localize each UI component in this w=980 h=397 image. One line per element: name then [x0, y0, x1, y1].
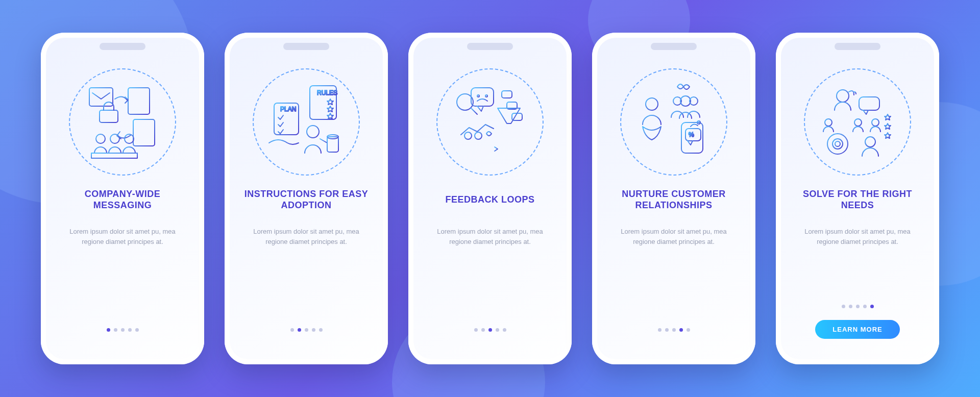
- nurture-icon: %: [620, 68, 727, 176]
- svg-text:PLAN: PLAN: [280, 106, 296, 113]
- instructions-icon: RULES PLAN: [253, 68, 360, 176]
- dot: [665, 328, 669, 332]
- phone-notch: [283, 43, 329, 50]
- svg-point-40: [464, 132, 472, 139]
- screen-title: COMPANY-WIDE MESSAGING: [54, 188, 191, 211]
- dot: [687, 328, 690, 332]
- svg-text:RULES: RULES: [317, 89, 337, 96]
- learn-more-button[interactable]: LEARN MORE: [815, 320, 899, 339]
- svg-marker-21: [327, 113, 333, 119]
- dot: [856, 305, 860, 308]
- svg-rect-5: [133, 119, 155, 146]
- svg-marker-59: [885, 123, 891, 129]
- dot: [114, 328, 117, 332]
- page-indicator: [225, 328, 388, 332]
- svg-point-10: [96, 134, 105, 143]
- phone-notch: [835, 43, 880, 50]
- dot: [305, 328, 308, 332]
- svg-text:%: %: [689, 131, 694, 138]
- dot: [658, 328, 662, 332]
- dot: [474, 328, 478, 332]
- screen-body: Lorem ipsum dolor sit amet pu, mea regio…: [238, 227, 375, 247]
- phone-row: COMPANY-WIDE MESSAGING Lorem ipsum dolor…: [0, 0, 980, 397]
- svg-line-32: [471, 108, 477, 114]
- dot: [849, 305, 852, 308]
- svg-point-50: [837, 90, 849, 102]
- screen-title: FEEDBACK LOOPS: [442, 188, 537, 211]
- screen-body: Lorem ipsum dolor sit amet pu, mea regio…: [789, 227, 926, 247]
- screen-body: Lorem ipsum dolor sit amet pu, mea regio…: [54, 227, 191, 247]
- dot: [319, 328, 323, 332]
- svg-point-34: [477, 95, 479, 97]
- onboarding-screen: RULES PLAN INS: [238, 68, 375, 339]
- svg-rect-1: [128, 88, 150, 114]
- svg-rect-13: [91, 153, 137, 158]
- screen-body: Lorem ipsum dolor sit amet pu, mea regio…: [422, 227, 558, 247]
- onboarding-screen: FEEDBACK LOOPS Lorem ipsum dolor sit ame…: [422, 68, 558, 339]
- screen-title: NURTURE CUSTOMER RELATIONSHIPS: [605, 188, 742, 211]
- svg-marker-19: [327, 99, 333, 105]
- svg-point-35: [485, 95, 487, 97]
- dot: [298, 328, 301, 332]
- svg-point-12: [125, 134, 134, 143]
- onboarding-screen: % NURTURE CUSTOMER RELATIONSHIPS Lorem i…: [605, 68, 742, 339]
- screen-body: Lorem ipsum dolor sit amet pu, mea regio…: [605, 227, 742, 247]
- messaging-icon: [69, 68, 176, 176]
- svg-rect-36: [502, 91, 512, 98]
- phone-notch: [467, 43, 513, 50]
- screen-title: INSTRUCTIONS FOR EASY ADOPTION: [238, 188, 375, 211]
- page-indicator: [776, 305, 939, 308]
- svg-point-27: [307, 126, 319, 138]
- dot: [842, 305, 845, 308]
- onboarding-screen: COMPANY-WIDE MESSAGING Lorem ipsum dolor…: [54, 68, 191, 339]
- onboarding-screen: SOLVE FOR THE RIGHT NEEDS Lorem ipsum do…: [789, 68, 926, 339]
- svg-point-57: [872, 119, 879, 126]
- svg-marker-20: [327, 106, 333, 112]
- svg-marker-60: [885, 133, 891, 138]
- dot: [135, 328, 139, 332]
- phone-mockup: SOLVE FOR THE RIGHT NEEDS Lorem ipsum do…: [776, 33, 939, 364]
- svg-point-11: [110, 134, 119, 143]
- dot: [107, 328, 110, 332]
- svg-point-55: [825, 119, 832, 126]
- page-indicator: [592, 328, 755, 332]
- dot: [312, 328, 315, 332]
- svg-point-62: [832, 139, 843, 149]
- svg-marker-58: [885, 114, 891, 120]
- dot: [481, 328, 485, 332]
- dot: [679, 328, 683, 332]
- svg-point-61: [827, 134, 848, 154]
- phone-mockup: % NURTURE CUSTOMER RELATIONSHIPS Lorem i…: [592, 33, 755, 364]
- svg-point-45: [646, 98, 658, 110]
- svg-point-56: [854, 119, 862, 126]
- page-indicator: [408, 328, 572, 332]
- target-icon: [804, 68, 911, 176]
- phone-mockup: RULES PLAN INS: [225, 33, 388, 364]
- phone-notch: [651, 43, 697, 50]
- dot: [496, 328, 499, 332]
- dot: [863, 305, 867, 308]
- screen-title: SOLVE FOR THE RIGHT NEEDS: [789, 188, 926, 211]
- dot: [121, 328, 125, 332]
- phone-notch: [100, 43, 145, 50]
- page-indicator: [41, 328, 204, 332]
- dot: [128, 328, 132, 332]
- svg-point-67: [835, 141, 840, 146]
- dot: [672, 328, 676, 332]
- svg-rect-33: [471, 88, 494, 106]
- svg-point-41: [475, 132, 482, 139]
- svg-line-28: [320, 139, 327, 143]
- phone-mockup: COMPANY-WIDE MESSAGING Lorem ipsum dolor…: [41, 33, 204, 364]
- dot: [488, 328, 492, 332]
- svg-rect-9: [100, 110, 118, 122]
- dot: [503, 328, 506, 332]
- phone-mockup: FEEDBACK LOOPS Lorem ipsum dolor sit ame…: [408, 33, 572, 364]
- dot: [290, 328, 294, 332]
- svg-point-68: [865, 137, 875, 147]
- dot: [870, 305, 874, 308]
- feedback-icon: [436, 68, 544, 176]
- svg-rect-0: [89, 88, 113, 106]
